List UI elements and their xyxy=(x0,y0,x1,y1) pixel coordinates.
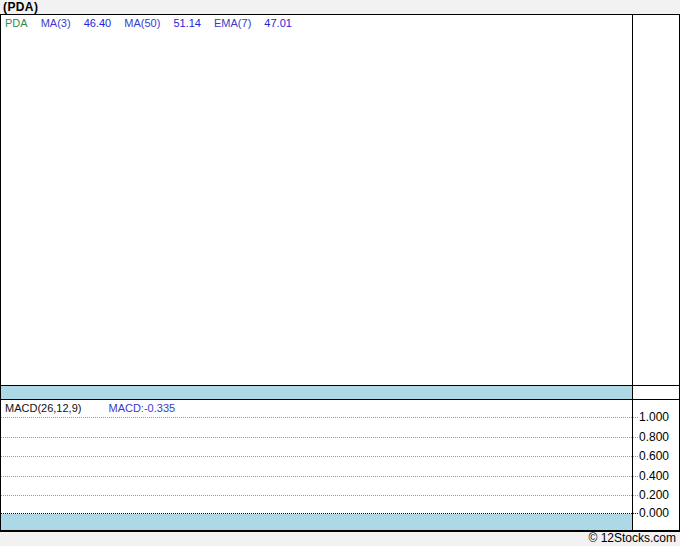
price-panel: PDA MA(3) 46.40 MA(50) 51.14 EMA(7) 47.0… xyxy=(1,15,632,385)
symbol-label: PDA xyxy=(5,17,28,29)
ma50-value: 51.14 xyxy=(173,17,201,29)
macd-gridline xyxy=(1,437,638,438)
date-axis-strip-upper xyxy=(1,386,632,399)
macd-gridline xyxy=(1,456,638,457)
ema7-value: 47.01 xyxy=(264,17,292,29)
ema7-label: EMA(7) xyxy=(214,17,251,29)
y-axis-label: 0.200 xyxy=(639,488,679,502)
macd-gridline xyxy=(1,476,638,477)
y-axis-label: 0.800 xyxy=(639,430,679,444)
ma3-label: MA(3) xyxy=(41,17,71,29)
y-axis-label: 0.000 xyxy=(639,506,679,520)
indicator-legend: PDA MA(3) 46.40 MA(50) 51.14 EMA(7) 47.0… xyxy=(5,17,302,30)
y-axis-label: 1.000 xyxy=(639,410,679,424)
macd-indicator-label: MACD(26,12,9) xyxy=(5,402,81,414)
stock-chart-widget: (PDA) PDA MA(3) 46.40 MA(50) 51.14 EMA(7… xyxy=(0,0,680,546)
y-axis-separator-line xyxy=(632,15,633,530)
y-axis-label: 0.400 xyxy=(639,469,679,483)
date-axis-strip-lower xyxy=(1,514,632,530)
macd-legend: MACD(26,12,9) MACD:-0.335 xyxy=(5,402,185,415)
macd-gridline xyxy=(1,495,638,496)
chart-frame: PDA MA(3) 46.40 MA(50) 51.14 EMA(7) 47.0… xyxy=(0,14,680,532)
symbol-title: (PDA) xyxy=(3,0,38,14)
ma50-label: MA(50) xyxy=(124,17,160,29)
y-axis-label: 0.600 xyxy=(639,449,679,463)
footer: © 12Stocks.com xyxy=(0,532,680,546)
credit-text: © 12Stocks.com xyxy=(588,531,676,545)
macd-gridline xyxy=(1,417,638,418)
ma3-value: 46.40 xyxy=(84,17,112,29)
macd-current-value: MACD:-0.335 xyxy=(108,402,175,414)
